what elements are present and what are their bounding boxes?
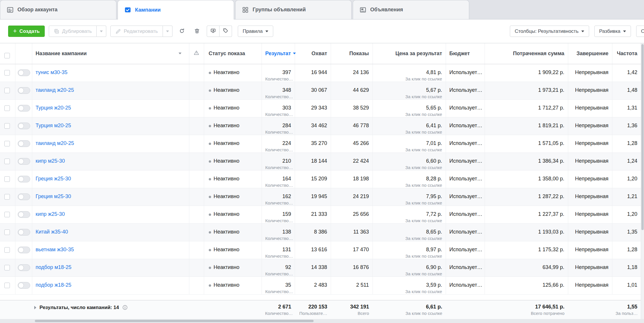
- campaign-active-toggle[interactable]: [18, 282, 30, 289]
- campaign-name-link[interactable]: Китай ж35-40: [36, 229, 68, 235]
- campaign-name-link[interactable]: подбор м18-25: [36, 264, 72, 270]
- campaign-active-toggle[interactable]: [18, 140, 30, 147]
- campaign-name-link[interactable]: подбор ж18-25: [36, 282, 71, 288]
- create-button[interactable]: + Создать: [8, 26, 45, 37]
- spent-cell: 1 175,32 р.: [485, 241, 568, 259]
- vertical-scrollbar-thumb[interactable]: [641, 44, 644, 230]
- chevron-down-icon[interactable]: [179, 53, 181, 54]
- tab-ad-sets[interactable]: Группы объявлений: [235, 0, 352, 19]
- campaign-name-link[interactable]: Турция ж20-25: [36, 105, 71, 111]
- campaign-active-toggle[interactable]: [18, 123, 30, 129]
- frequency-header[interactable]: Частота: [612, 43, 641, 64]
- budget-header[interactable]: Бюджет: [446, 43, 485, 64]
- row-checkbox[interactable]: [4, 70, 10, 76]
- row-checkbox[interactable]: [4, 194, 10, 200]
- row-checkbox[interactable]: [4, 212, 10, 217]
- campaign-name-link[interactable]: вьетнам ж30-35: [36, 247, 74, 252]
- totals-result-cell: 2 671 Количество…: [262, 300, 295, 319]
- delete-button[interactable]: [192, 26, 203, 37]
- budget-value: Использует…: [449, 140, 481, 146]
- campaign-name-link[interactable]: таиланд м20-25: [36, 140, 74, 146]
- row-checkbox[interactable]: [4, 105, 10, 111]
- campaign-active-toggle[interactable]: [18, 158, 30, 165]
- impressions-value: 18 198: [334, 176, 369, 182]
- spent-cell: 1 712,27 р.: [485, 99, 568, 117]
- reach-header[interactable]: Охват: [295, 43, 331, 64]
- row-select-cell: [0, 277, 15, 294]
- edit-button[interactable]: Редактировать: [110, 26, 163, 37]
- campaign-active-toggle[interactable]: [18, 87, 30, 94]
- refresh-icon: [179, 28, 185, 35]
- result-subtext: Количество…: [265, 94, 291, 99]
- refresh-button[interactable]: [177, 26, 188, 37]
- campaign-active-toggle[interactable]: [18, 229, 30, 236]
- toolbar-right-group: Столбцы: Результативность Разбивка Отче: [510, 26, 644, 37]
- preview-button[interactable]: [207, 26, 220, 37]
- delivery-status-header[interactable]: Статус показа: [204, 43, 262, 64]
- duplicate-button[interactable]: Дублировать: [49, 26, 97, 37]
- spent-header[interactable]: Потраченная сумма: [485, 43, 568, 64]
- frequency-value: 1,18: [616, 264, 638, 270]
- campaign-active-toggle[interactable]: [18, 69, 30, 76]
- rules-button[interactable]: Правила: [238, 26, 273, 37]
- select-all-checkbox[interactable]: [4, 53, 10, 58]
- campaign-name-link[interactable]: таиланд ж20-25: [36, 87, 74, 93]
- row-checkbox[interactable]: [4, 247, 10, 253]
- campaign-name-link[interactable]: тунис м30-35: [36, 69, 68, 75]
- campaign-active-toggle[interactable]: [18, 264, 30, 271]
- budget-header-label: Бюджет: [449, 51, 470, 56]
- campaign-active-toggle[interactable]: [18, 105, 30, 112]
- breakdown-button[interactable]: Разбивка: [594, 26, 631, 37]
- tab-campaigns[interactable]: Кампании: [118, 0, 234, 19]
- row-checkbox[interactable]: [4, 141, 10, 146]
- ends-value: Непрерывная: [572, 87, 609, 93]
- row-checkbox[interactable]: [4, 88, 10, 93]
- edit-dropdown-button[interactable]: [163, 26, 172, 37]
- campaign-name-link[interactable]: Турция м20-25: [36, 123, 71, 128]
- row-checkbox[interactable]: [4, 283, 10, 288]
- cost-per-result-value: 7,01 р.: [376, 140, 442, 146]
- campaign-name-link[interactable]: Греция м25-30: [36, 193, 71, 199]
- ends-value: Непрерывная: [572, 158, 609, 164]
- reports-button[interactable]: Отче: [636, 26, 644, 37]
- expand-summary-arrow[interactable]: [34, 306, 36, 309]
- budget-value: Использует…: [449, 87, 481, 93]
- campaign-active-toggle[interactable]: [18, 247, 30, 253]
- horizontal-scrollbar-thumb[interactable]: [35, 320, 314, 322]
- result-value: 210: [265, 158, 291, 164]
- tab-account-overview[interactable]: Обзор аккаунта: [0, 0, 116, 19]
- duplicate-dropdown-button[interactable]: [97, 26, 106, 37]
- campaign-name-link[interactable]: кипр ж25-30: [36, 211, 65, 217]
- row-checkbox[interactable]: [4, 176, 10, 182]
- campaign-active-toggle[interactable]: [18, 176, 30, 182]
- status-dot: [209, 284, 211, 287]
- ends-header[interactable]: Завершение: [568, 43, 612, 64]
- vertical-scrollbar[interactable]: [641, 43, 644, 319]
- issues-column-header[interactable]: [189, 43, 204, 64]
- result-header[interactable]: Результат: [262, 43, 295, 64]
- campaign-name-header[interactable]: Название кампании: [32, 43, 189, 64]
- row-checkbox[interactable]: [4, 265, 10, 270]
- campaign-name-link[interactable]: кипр м25-30: [36, 158, 65, 164]
- row-checkbox[interactable]: [4, 123, 10, 129]
- tags-button[interactable]: [220, 26, 232, 37]
- campaign-active-toggle[interactable]: [18, 211, 30, 218]
- horizontal-scrollbar[interactable]: [0, 319, 644, 323]
- spent-value: 1 386,34 р.: [488, 158, 564, 164]
- cost-per-result-header[interactable]: Цена за результат: [373, 43, 446, 64]
- row-checkbox[interactable]: [4, 159, 10, 164]
- row-checkbox[interactable]: [4, 229, 10, 235]
- campaign-row: Турция м20-25 Неактивно 284 Количество… …: [0, 117, 641, 135]
- cost-per-result-value: 6,90 р.: [376, 264, 442, 270]
- tab-ads[interactable]: Объявления: [353, 0, 469, 19]
- cost-per-result-cell: 8,65 р. За клик по ссылке: [373, 223, 446, 241]
- cost-per-result-cell: 6,60 р. За клик по ссылке: [373, 152, 446, 170]
- columns-button[interactable]: Столбцы: Результативность: [510, 26, 589, 37]
- cost-per-result-subtext: За клик по ссылке: [376, 271, 442, 276]
- info-icon[interactable]: [122, 305, 128, 310]
- toggle-column-header: [15, 43, 32, 64]
- campaign-active-toggle[interactable]: [18, 193, 30, 200]
- impressions-header[interactable]: Показы: [331, 43, 373, 64]
- campaign-name-link[interactable]: Греция ж25-30: [36, 176, 71, 182]
- campaign-row: подбор ж18-25 Неактивно 35 Количество… 2…: [0, 277, 641, 294]
